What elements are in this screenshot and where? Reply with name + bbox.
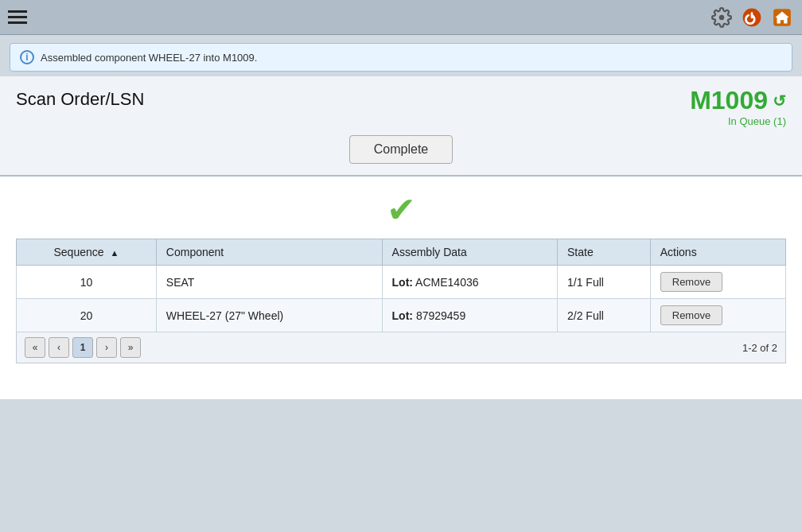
cell-component: WHEEL-27 (27" Wheel)	[156, 299, 382, 332]
power-icon[interactable]	[740, 6, 764, 29]
first-page-button[interactable]: «	[25, 337, 45, 358]
cell-state: 1/1 Full	[558, 266, 651, 299]
cell-assembly-data: Lot: 87929459	[382, 299, 557, 332]
hamburger-menu[interactable]	[8, 10, 27, 24]
cell-state: 2/2 Full	[558, 299, 651, 332]
order-number-text: M1009	[690, 86, 768, 115]
col-sequence-label: Sequence	[54, 246, 104, 258]
col-state: State	[558, 239, 651, 266]
checkmark-icon: ✔	[387, 192, 416, 227]
top-bar	[0, 0, 802, 35]
refresh-icon[interactable]: ↺	[773, 91, 786, 111]
pagination-row: « ‹ 1 › » 1-2 of 2	[16, 332, 786, 363]
last-page-button[interactable]: »	[120, 337, 141, 358]
col-sequence: Sequence ▲	[17, 239, 157, 266]
cell-component: SEAT	[156, 266, 382, 299]
order-number-display: M1009 ↺	[690, 86, 786, 115]
checkmark-area: ✔	[16, 177, 786, 239]
panel: ✔ Sequence ▲ Component Assembly Data	[0, 177, 802, 399]
button-row: Complete	[16, 135, 786, 164]
next-page-button[interactable]: ›	[96, 337, 117, 358]
cell-sequence: 20	[17, 299, 157, 332]
table-header-row: Sequence ▲ Component Assembly Data State…	[17, 239, 786, 266]
info-message: Assembled component WHEEL-27 into M1009.	[41, 52, 257, 64]
home-icon[interactable]	[770, 6, 794, 29]
col-actions-label: Actions	[660, 246, 697, 258]
cell-sequence: 10	[17, 266, 157, 299]
info-bar: i Assembled component WHEEL-27 into M100…	[10, 43, 792, 72]
info-icon: i	[20, 50, 34, 64]
table-row: 10 SEAT Lot: ACME14036 1/1 Full Remove	[17, 266, 786, 299]
cell-actions: Remove	[650, 266, 785, 299]
col-assembly-data: Assembly Data	[382, 239, 557, 266]
complete-button[interactable]: Complete	[349, 135, 453, 164]
sort-icon: ▲	[110, 248, 119, 258]
col-state-label: State	[567, 246, 594, 258]
table-row: 20 WHEEL-27 (27" Wheel) Lot: 87929459 2/…	[17, 299, 786, 332]
remove-button[interactable]: Remove	[660, 272, 722, 292]
page-title: Scan Order/LSN	[16, 89, 144, 110]
col-component: Component	[156, 239, 382, 266]
queue-text: In Queue (1)	[690, 115, 786, 127]
main-content: Scan Order/LSN M1009 ↺ In Queue (1) Comp…	[0, 76, 802, 399]
cell-actions: Remove	[650, 299, 785, 332]
pagination-info: 1-2 of 2	[742, 342, 777, 354]
cell-assembly-data: Lot: ACME14036	[382, 266, 557, 299]
order-info: M1009 ↺ In Queue (1)	[690, 86, 786, 127]
header-row: Scan Order/LSN M1009 ↺ In Queue (1)	[16, 86, 786, 127]
remove-button[interactable]: Remove	[660, 305, 722, 325]
col-actions: Actions	[650, 239, 785, 266]
current-page-button[interactable]: 1	[72, 337, 93, 358]
settings-icon[interactable]	[710, 6, 734, 29]
col-component-label: Component	[166, 246, 224, 258]
col-assembly-data-label: Assembly Data	[392, 246, 467, 258]
prev-page-button[interactable]: ‹	[49, 337, 69, 358]
assembly-table: Sequence ▲ Component Assembly Data State…	[16, 239, 786, 332]
top-bar-icons	[710, 6, 794, 29]
pagination-controls: « ‹ 1 › »	[25, 337, 141, 358]
